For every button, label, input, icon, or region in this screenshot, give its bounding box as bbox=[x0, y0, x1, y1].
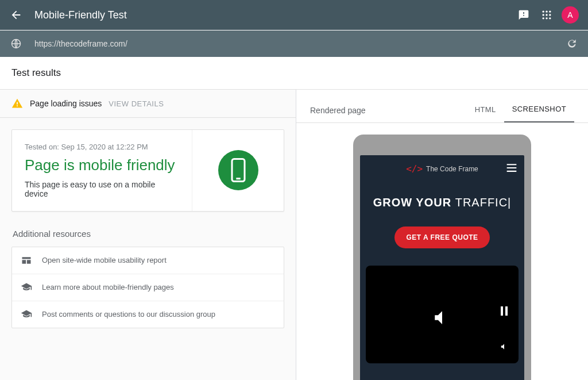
tested-on-label: Tested on: Sep 15, 2020 at 12:22 PM bbox=[25, 143, 179, 151]
resource-label: Learn more about mobile-friendly pages bbox=[42, 283, 174, 291]
app-header: Mobile-Friendly Test A bbox=[0, 0, 588, 30]
svg-point-3 bbox=[543, 14, 544, 16]
verdict-text: Page is mobile friendly bbox=[25, 157, 179, 174]
svg-point-6 bbox=[543, 17, 544, 19]
preview-cta-button[interactable]: GET A FREE QUOTE bbox=[394, 227, 489, 248]
resource-item-usability-report[interactable]: Open site-wide mobile usability report bbox=[12, 247, 284, 274]
rendered-page-label: Rendered page bbox=[310, 106, 366, 115]
hamburger-menu-icon[interactable] bbox=[506, 163, 517, 175]
speaker-small-icon[interactable] bbox=[500, 343, 508, 353]
svg-point-1 bbox=[546, 11, 547, 13]
right-tabs: Rendered page HTML SCREENSHOT bbox=[296, 90, 588, 123]
svg-point-4 bbox=[546, 14, 547, 16]
mobile-friendly-icon bbox=[218, 150, 258, 190]
preview-brand-text: The Code Frame bbox=[426, 165, 478, 173]
code-icon: </> bbox=[406, 163, 423, 174]
account-avatar[interactable]: A bbox=[562, 6, 579, 24]
svg-point-2 bbox=[549, 11, 551, 13]
apps-grid-icon[interactable] bbox=[537, 6, 556, 24]
school-icon bbox=[20, 308, 33, 321]
svg-point-7 bbox=[546, 17, 547, 19]
feedback-icon[interactable] bbox=[514, 6, 533, 24]
svg-point-8 bbox=[549, 17, 551, 19]
page-title: Mobile-Friendly Test bbox=[34, 9, 127, 21]
school-icon bbox=[20, 281, 33, 294]
svg-point-0 bbox=[543, 11, 544, 13]
result-card: Tested on: Sep 15, 2020 at 12:22 PM Page… bbox=[11, 129, 284, 212]
resource-label: Open site-wide mobile usability report bbox=[42, 256, 167, 264]
preview-hero-text: GROW YOUR TRAFFIC| bbox=[367, 196, 517, 209]
resources-title: Additional resources bbox=[11, 223, 284, 247]
results-heading: Test results bbox=[0, 57, 588, 90]
globe-icon bbox=[9, 37, 23, 51]
resource-item-discussion[interactable]: Post comments or questions to our discus… bbox=[12, 301, 284, 328]
preview-video-player[interactable] bbox=[366, 266, 519, 363]
speaker-icon bbox=[432, 308, 452, 330]
resource-label: Post comments or questions to our discus… bbox=[42, 310, 215, 318]
warning-icon bbox=[11, 98, 23, 109]
preview-brand: </> The Code Frame bbox=[406, 163, 478, 174]
phone-screen: </> The Code Frame GROW YOUR TRAFFIC| GE… bbox=[360, 155, 524, 380]
loading-issues-label: Page loading issues bbox=[30, 99, 102, 108]
tab-screenshot[interactable]: SCREENSHOT bbox=[504, 98, 574, 122]
tested-url[interactable]: https://thecodeframe.com/ bbox=[34, 39, 565, 48]
url-bar: https://thecodeframe.com/ bbox=[0, 30, 588, 57]
additional-resources: Additional resources Open site-wide mobi… bbox=[11, 223, 284, 328]
resource-item-learn-more[interactable]: Learn more about mobile-friendly pages bbox=[12, 274, 284, 301]
refresh-icon[interactable] bbox=[565, 37, 579, 51]
svg-rect-16 bbox=[505, 306, 508, 316]
loading-issues-bar: Page loading issues VIEW DETAILS bbox=[0, 90, 296, 118]
back-arrow-icon[interactable] bbox=[9, 8, 23, 22]
tab-html[interactable]: HTML bbox=[467, 98, 504, 122]
verdict-subtitle: This page is easy to use on a mobile dev… bbox=[25, 180, 179, 198]
svg-rect-15 bbox=[501, 306, 503, 316]
phone-frame: </> The Code Frame GROW YOUR TRAFFIC| GE… bbox=[353, 135, 531, 380]
pause-icon[interactable] bbox=[500, 306, 508, 318]
svg-point-5 bbox=[549, 14, 551, 16]
right-panel: Rendered page HTML SCREENSHOT </> The Co… bbox=[296, 90, 588, 380]
report-icon bbox=[20, 254, 33, 267]
view-details-button[interactable]: VIEW DETAILS bbox=[109, 99, 164, 108]
left-panel: Page loading issues VIEW DETAILS Tested … bbox=[0, 90, 296, 380]
